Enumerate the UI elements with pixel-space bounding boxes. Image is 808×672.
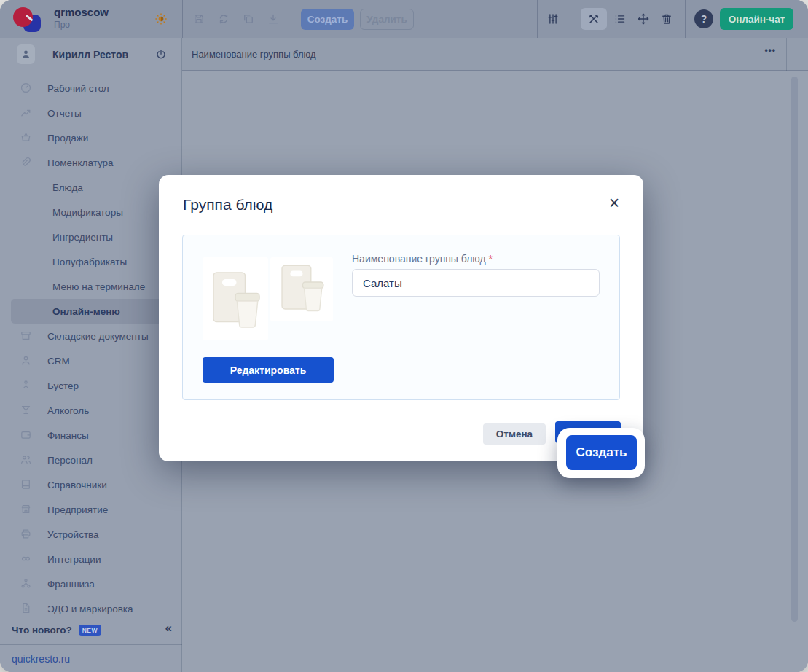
tools-button[interactable] <box>581 8 607 30</box>
list-view-button[interactable] <box>610 9 630 28</box>
logout-button[interactable] <box>154 47 170 63</box>
sidebar-item-enterprise[interactable]: Предприятие <box>0 497 182 522</box>
user-avatar <box>17 44 35 64</box>
paperclip-icon <box>20 156 33 169</box>
filters-button[interactable] <box>543 9 563 28</box>
document-icon <box>20 602 33 615</box>
download-button[interactable] <box>263 9 283 28</box>
sidebar-item-reports[interactable]: Отчеты <box>0 101 182 125</box>
archive-box-icon <box>20 329 33 343</box>
user-name: Кирилл Рестов <box>52 49 128 60</box>
sidebar-item-alcohol[interactable]: Алкоголь <box>0 398 182 423</box>
power-icon <box>154 48 168 61</box>
required-mark: * <box>489 253 493 265</box>
toolbar-delete-button[interactable]: Удалить <box>360 9 414 30</box>
people-icon <box>20 453 33 466</box>
question-icon: ? <box>701 13 707 25</box>
divider <box>786 38 787 71</box>
sidebar-item-directories[interactable]: Справочники <box>0 472 182 497</box>
sidebar-item-semifinished[interactable]: Полуфабрикаты <box>0 249 182 274</box>
sidebar-item-booster[interactable]: Бустер <box>0 373 182 398</box>
topbar-separator <box>537 0 538 38</box>
hierarchy-icon <box>20 577 33 590</box>
save-button[interactable] <box>189 9 209 28</box>
topbar-separator <box>182 0 183 38</box>
sidebar-item-ingredients[interactable]: Ингредиенты <box>0 224 182 249</box>
sidebar-item-crm[interactable]: CRM <box>0 348 182 373</box>
branch-icon <box>20 379 33 392</box>
sidebar: Кирилл Рестов Рабочий стол <box>0 38 182 672</box>
whats-new-row[interactable]: Что нового? NEW « <box>0 618 182 641</box>
create-button-highlight: Создать <box>557 428 645 478</box>
cancel-button[interactable]: Отмена <box>483 423 546 445</box>
list-icon <box>613 12 627 26</box>
theme-sun-icon[interactable] <box>154 12 168 26</box>
site-link[interactable]: quickresto.ru <box>12 653 70 665</box>
person-icon <box>20 48 32 60</box>
sidebar-item-modifiers[interactable]: Модификаторы <box>0 200 182 224</box>
sidebar-item-integrations[interactable]: Интеграции <box>0 547 182 571</box>
sidebar-item-edo[interactable]: ЭДО и маркировка <box>0 596 182 621</box>
more-options-icon[interactable]: ••• <box>764 45 776 55</box>
storefront-icon <box>20 503 33 516</box>
edit-image-button[interactable]: Редактировать <box>203 357 334 383</box>
sidebar-item-dishes[interactable]: Блюда <box>0 175 182 200</box>
field-label: Наименование группы блюд * <box>352 253 493 265</box>
collapse-sidebar-button[interactable]: « <box>165 621 172 636</box>
tools-icon <box>587 12 600 26</box>
dish-group-modal: Группа блюд × Наименов <box>159 175 643 461</box>
refresh-button[interactable] <box>213 9 234 28</box>
workspace-name: qrmoscow <box>54 6 109 18</box>
column-header: Наименование группы блюд <box>192 49 316 60</box>
copy-button[interactable] <box>238 9 259 28</box>
sidebar-item-dashboard[interactable]: Рабочий стол <box>0 76 182 101</box>
gauge-icon <box>20 82 33 95</box>
download-icon <box>267 12 280 26</box>
move-icon <box>637 12 650 26</box>
person-outline-icon <box>20 354 33 367</box>
toolbar-create-button[interactable]: Создать <box>301 9 354 30</box>
group-form-panel: Наименование группы блюд * Редактировать <box>182 235 620 400</box>
sidebar-item-online-menu[interactable]: Онлайн-меню <box>11 299 171 324</box>
sidebar-footer: Что нового? NEW « quickresto.ru <box>0 618 182 672</box>
sidebar-item-sales[interactable]: Продажи <box>0 125 182 150</box>
new-badge: NEW <box>79 625 101 636</box>
wallet-icon <box>20 429 33 442</box>
martini-icon <box>20 404 33 417</box>
trash-icon <box>660 12 673 26</box>
workspace-plan: Про <box>54 20 70 30</box>
topbar-separator <box>685 0 686 38</box>
modal-title: Группа блюд <box>183 196 272 214</box>
group-name-input[interactable] <box>352 269 600 297</box>
quickresto-logo-icon <box>13 7 45 32</box>
floppy-icon <box>192 12 205 26</box>
delete-icon-button[interactable] <box>656 9 677 28</box>
whats-new-label: Что нового? <box>12 625 72 636</box>
topbar: qrmoscow Про <box>0 0 808 38</box>
sidebar-item-warehouse-docs[interactable]: Складские документы <box>0 324 182 348</box>
table-header-row: Наименование группы блюд ••• <box>182 38 808 71</box>
sidebar-item-nomenclature[interactable]: Номенклатура <box>0 150 182 175</box>
sidebar-item-finance[interactable]: Финансы <box>0 423 182 448</box>
sidebar-item-devices[interactable]: Устройства <box>0 522 182 547</box>
sidebar-item-terminal-menu[interactable]: Меню на терминале <box>0 274 182 299</box>
sidebar-item-franchise[interactable]: Франшиза <box>0 571 182 596</box>
user-row: Кирилл Рестов <box>0 42 182 71</box>
group-image-preview-large[interactable] <box>203 257 268 340</box>
app-window: qrmoscow Про <box>0 0 808 672</box>
printer-icon <box>20 528 33 541</box>
sliders-icon <box>546 12 560 26</box>
help-button[interactable]: ? <box>694 9 713 28</box>
book-icon <box>20 478 33 491</box>
scrollbar-thumb[interactable] <box>791 77 798 622</box>
group-image-preview-small[interactable] <box>270 257 333 321</box>
move-button[interactable] <box>633 9 654 28</box>
sync-icon <box>217 12 230 26</box>
infinity-icon <box>20 552 33 566</box>
sidebar-nav: Рабочий стол Отчеты Продажи <box>0 76 182 621</box>
close-icon[interactable]: × <box>603 191 626 214</box>
sidebar-item-staff[interactable]: Персонал <box>0 448 182 472</box>
online-chat-button[interactable]: Онлайн-чат <box>720 8 793 30</box>
create-button-highlighted[interactable]: Создать <box>566 435 637 470</box>
copy-icon <box>242 12 255 26</box>
